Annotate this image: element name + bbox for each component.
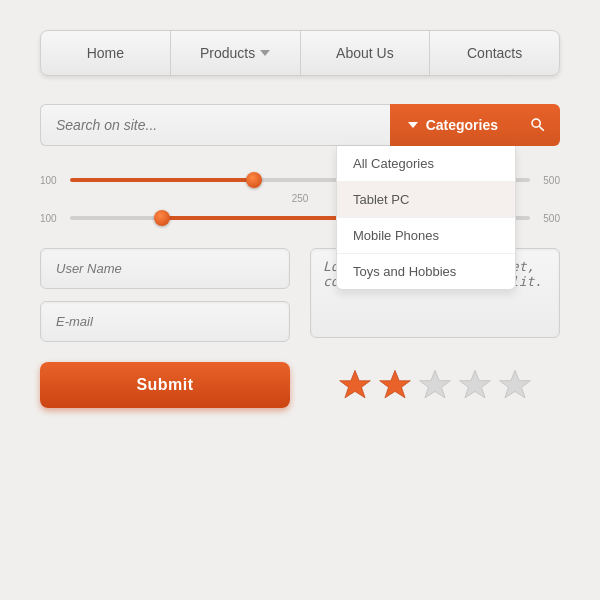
slider2-thumb-left[interactable] (154, 210, 170, 226)
username-input[interactable] (40, 248, 290, 289)
slider1-thumb[interactable] (246, 172, 262, 188)
search-input[interactable] (40, 104, 390, 146)
search-section: Categories All Categories Tablet PC Mobi… (40, 104, 560, 146)
search-icon (529, 116, 547, 134)
categories-dropdown: All Categories Tablet PC Mobile Phones T… (336, 146, 516, 290)
nav-bar: Home Products About Us Contacts (40, 30, 560, 76)
nav-home-label: Home (87, 45, 124, 61)
dropdown-item-toys[interactable]: Toys and Hobbies (337, 254, 515, 289)
dropdown-item-mobile[interactable]: Mobile Phones (337, 218, 515, 254)
star-empty-icon[interactable] (498, 368, 532, 402)
chevron-down-icon (260, 50, 270, 56)
search-button[interactable] (516, 104, 560, 146)
slider1-max-label: 500 (530, 175, 560, 186)
slider1-mid-label: 250 (292, 193, 309, 204)
slider2-max-label: 500 (530, 213, 560, 224)
nav-products[interactable]: Products (171, 31, 301, 75)
nav-home[interactable]: Home (41, 31, 171, 75)
nav-contacts-label: Contacts (467, 45, 522, 61)
categories-button[interactable]: Categories (390, 104, 516, 146)
nav-contacts[interactable]: Contacts (430, 31, 559, 75)
star-empty-icon[interactable] (458, 368, 492, 402)
slider1-min-label: 100 (40, 175, 70, 186)
email-input[interactable] (40, 301, 290, 342)
nav-products-label: Products (200, 45, 255, 61)
stars-rating (310, 368, 560, 402)
nav-about-label: About Us (336, 45, 394, 61)
star-empty-icon[interactable] (418, 368, 452, 402)
star-filled-icon[interactable] (338, 368, 372, 402)
slider2-min-label: 100 (40, 213, 70, 224)
form-left (40, 248, 290, 342)
categories-label: Categories (426, 117, 498, 133)
search-row: Categories (40, 104, 560, 146)
nav-about[interactable]: About Us (301, 31, 431, 75)
star-filled-icon[interactable] (378, 368, 412, 402)
chevron-down-icon (408, 122, 418, 128)
bottom-row: Submit (40, 362, 560, 408)
submit-button[interactable]: Submit (40, 362, 290, 408)
dropdown-item-tablet[interactable]: Tablet PC (337, 182, 515, 218)
dropdown-item-all[interactable]: All Categories (337, 146, 515, 182)
